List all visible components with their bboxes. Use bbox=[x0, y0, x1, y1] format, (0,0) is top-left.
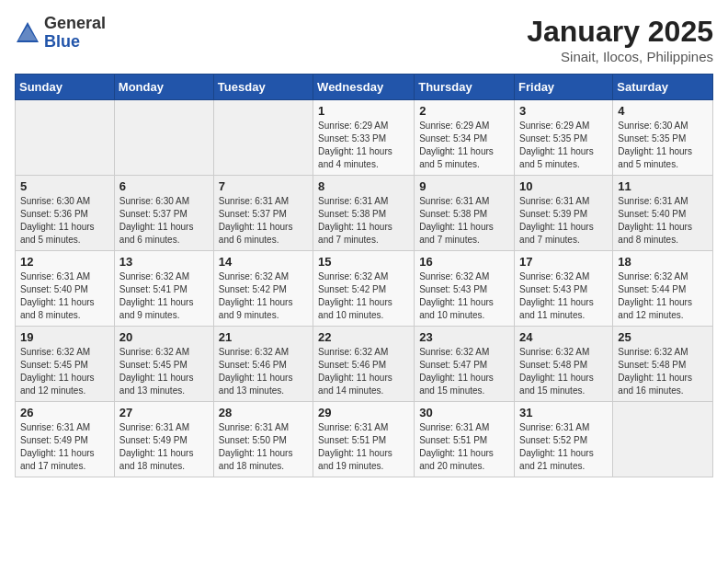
day-number: 17 bbox=[519, 255, 608, 269]
day-info: Sunrise: 6:31 AM Sunset: 5:49 PM Dayligh… bbox=[20, 421, 109, 473]
weekday-header-sunday: Sunday bbox=[16, 75, 115, 100]
day-info: Sunrise: 6:32 AM Sunset: 5:47 PM Dayligh… bbox=[419, 346, 509, 397]
calendar-cell bbox=[16, 100, 115, 176]
calendar-cell: 18Sunrise: 6:32 AM Sunset: 5:44 PM Dayli… bbox=[613, 251, 713, 327]
day-info: Sunrise: 6:31 AM Sunset: 5:39 PM Dayligh… bbox=[519, 195, 608, 247]
day-number: 20 bbox=[119, 330, 209, 344]
day-number: 13 bbox=[119, 255, 209, 269]
calendar-cell: 2Sunrise: 6:29 AM Sunset: 5:34 PM Daylig… bbox=[415, 100, 515, 176]
day-number: 16 bbox=[419, 255, 509, 269]
calendar-cell: 12Sunrise: 6:31 AM Sunset: 5:40 PM Dayli… bbox=[16, 251, 115, 327]
weekday-header-friday: Friday bbox=[515, 75, 613, 100]
day-number: 15 bbox=[318, 255, 409, 269]
calendar-cell: 29Sunrise: 6:31 AM Sunset: 5:51 PM Dayli… bbox=[313, 402, 415, 477]
calendar-cell: 20Sunrise: 6:32 AM Sunset: 5:45 PM Dayli… bbox=[114, 327, 213, 402]
calendar-week-0: 1Sunrise: 6:29 AM Sunset: 5:33 PM Daylig… bbox=[16, 100, 713, 176]
calendar-cell: 25Sunrise: 6:32 AM Sunset: 5:48 PM Dayli… bbox=[613, 327, 713, 402]
day-number: 18 bbox=[618, 255, 708, 269]
calendar-table: SundayMondayTuesdayWednesdayThursdayFrid… bbox=[15, 74, 713, 477]
day-number: 26 bbox=[20, 406, 109, 419]
day-number: 9 bbox=[419, 179, 509, 193]
weekday-row: SundayMondayTuesdayWednesdayThursdayFrid… bbox=[16, 75, 713, 100]
calendar-cell: 23Sunrise: 6:32 AM Sunset: 5:47 PM Dayli… bbox=[415, 327, 515, 402]
calendar-cell: 27Sunrise: 6:31 AM Sunset: 5:49 PM Dayli… bbox=[114, 402, 213, 477]
calendar-cell: 21Sunrise: 6:32 AM Sunset: 5:46 PM Dayli… bbox=[213, 327, 313, 402]
day-info: Sunrise: 6:31 AM Sunset: 5:37 PM Dayligh… bbox=[219, 195, 308, 247]
day-number: 14 bbox=[219, 255, 308, 269]
calendar-cell bbox=[114, 100, 213, 176]
day-info: Sunrise: 6:32 AM Sunset: 5:48 PM Dayligh… bbox=[519, 346, 608, 397]
day-number: 23 bbox=[419, 330, 509, 344]
calendar-cell: 5Sunrise: 6:30 AM Sunset: 5:36 PM Daylig… bbox=[16, 176, 115, 251]
calendar-cell bbox=[613, 402, 713, 477]
day-info: Sunrise: 6:31 AM Sunset: 5:38 PM Dayligh… bbox=[419, 195, 509, 247]
day-info: Sunrise: 6:29 AM Sunset: 5:35 PM Dayligh… bbox=[519, 120, 608, 171]
calendar-cell: 7Sunrise: 6:31 AM Sunset: 5:37 PM Daylig… bbox=[213, 176, 313, 251]
calendar-cell: 3Sunrise: 6:29 AM Sunset: 5:35 PM Daylig… bbox=[515, 100, 613, 176]
calendar-cell: 28Sunrise: 6:31 AM Sunset: 5:50 PM Dayli… bbox=[213, 402, 313, 477]
calendar-cell: 30Sunrise: 6:31 AM Sunset: 5:51 PM Dayli… bbox=[415, 402, 515, 477]
day-number: 6 bbox=[119, 179, 209, 193]
weekday-header-monday: Monday bbox=[114, 75, 213, 100]
svg-marker-1 bbox=[18, 26, 37, 40]
weekday-header-wednesday: Wednesday bbox=[313, 75, 415, 100]
day-info: Sunrise: 6:32 AM Sunset: 5:42 PM Dayligh… bbox=[219, 270, 308, 322]
day-info: Sunrise: 6:32 AM Sunset: 5:46 PM Dayligh… bbox=[219, 346, 308, 397]
calendar-cell: 1Sunrise: 6:29 AM Sunset: 5:33 PM Daylig… bbox=[313, 100, 415, 176]
weekday-header-tuesday: Tuesday bbox=[213, 75, 313, 100]
day-info: Sunrise: 6:32 AM Sunset: 5:45 PM Dayligh… bbox=[119, 346, 209, 397]
calendar-cell: 10Sunrise: 6:31 AM Sunset: 5:39 PM Dayli… bbox=[515, 176, 613, 251]
calendar-cell: 9Sunrise: 6:31 AM Sunset: 5:38 PM Daylig… bbox=[415, 176, 515, 251]
day-info: Sunrise: 6:29 AM Sunset: 5:33 PM Dayligh… bbox=[318, 120, 409, 171]
day-info: Sunrise: 6:32 AM Sunset: 5:46 PM Dayligh… bbox=[318, 346, 409, 397]
day-number: 10 bbox=[519, 179, 608, 193]
day-number: 11 bbox=[618, 179, 708, 193]
calendar-cell: 13Sunrise: 6:32 AM Sunset: 5:41 PM Dayli… bbox=[114, 251, 213, 327]
logo-icon bbox=[15, 20, 40, 46]
day-number: 8 bbox=[318, 179, 409, 193]
day-number: 28 bbox=[219, 406, 308, 419]
day-number: 1 bbox=[318, 104, 409, 118]
day-number: 30 bbox=[419, 406, 509, 419]
day-info: Sunrise: 6:32 AM Sunset: 5:44 PM Dayligh… bbox=[618, 270, 708, 322]
calendar-cell: 8Sunrise: 6:31 AM Sunset: 5:38 PM Daylig… bbox=[313, 176, 415, 251]
calendar-cell: 19Sunrise: 6:32 AM Sunset: 5:45 PM Dayli… bbox=[16, 327, 115, 402]
day-info: Sunrise: 6:31 AM Sunset: 5:49 PM Dayligh… bbox=[119, 421, 209, 473]
day-info: Sunrise: 6:32 AM Sunset: 5:45 PM Dayligh… bbox=[20, 346, 109, 397]
day-info: Sunrise: 6:32 AM Sunset: 5:43 PM Dayligh… bbox=[519, 270, 608, 322]
day-number: 24 bbox=[519, 330, 608, 344]
day-number: 22 bbox=[318, 330, 409, 344]
calendar-cell: 6Sunrise: 6:30 AM Sunset: 5:37 PM Daylig… bbox=[114, 176, 213, 251]
day-number: 19 bbox=[20, 330, 109, 344]
logo-blue: Blue bbox=[44, 33, 106, 52]
day-info: Sunrise: 6:32 AM Sunset: 5:43 PM Dayligh… bbox=[419, 270, 509, 322]
day-info: Sunrise: 6:31 AM Sunset: 5:51 PM Dayligh… bbox=[419, 421, 509, 473]
calendar-cell: 24Sunrise: 6:32 AM Sunset: 5:48 PM Dayli… bbox=[515, 327, 613, 402]
calendar-cell: 17Sunrise: 6:32 AM Sunset: 5:43 PM Dayli… bbox=[515, 251, 613, 327]
calendar-cell: 4Sunrise: 6:30 AM Sunset: 5:35 PM Daylig… bbox=[613, 100, 713, 176]
day-number: 29 bbox=[318, 406, 409, 419]
day-number: 4 bbox=[618, 104, 708, 118]
month-title: January 2025 bbox=[527, 15, 713, 49]
calendar-week-4: 26Sunrise: 6:31 AM Sunset: 5:49 PM Dayli… bbox=[16, 402, 713, 477]
day-number: 27 bbox=[119, 406, 209, 419]
day-info: Sunrise: 6:31 AM Sunset: 5:51 PM Dayligh… bbox=[318, 421, 409, 473]
day-info: Sunrise: 6:32 AM Sunset: 5:41 PM Dayligh… bbox=[119, 270, 209, 322]
weekday-header-thursday: Thursday bbox=[415, 75, 515, 100]
calendar-week-3: 19Sunrise: 6:32 AM Sunset: 5:45 PM Dayli… bbox=[16, 327, 713, 402]
calendar-cell: 15Sunrise: 6:32 AM Sunset: 5:42 PM Dayli… bbox=[313, 251, 415, 327]
calendar-cell: 16Sunrise: 6:32 AM Sunset: 5:43 PM Dayli… bbox=[415, 251, 515, 327]
day-info: Sunrise: 6:31 AM Sunset: 5:38 PM Dayligh… bbox=[318, 195, 409, 247]
day-number: 31 bbox=[519, 406, 608, 419]
day-info: Sunrise: 6:30 AM Sunset: 5:36 PM Dayligh… bbox=[20, 195, 109, 247]
day-info: Sunrise: 6:30 AM Sunset: 5:37 PM Dayligh… bbox=[119, 195, 209, 247]
logo-general: General bbox=[44, 15, 106, 33]
calendar-cell: 11Sunrise: 6:31 AM Sunset: 5:40 PM Dayli… bbox=[613, 176, 713, 251]
calendar-week-2: 12Sunrise: 6:31 AM Sunset: 5:40 PM Dayli… bbox=[16, 251, 713, 327]
calendar-header: SundayMondayTuesdayWednesdayThursdayFrid… bbox=[16, 75, 713, 100]
page-header: General Blue January 2025 Sinait, Ilocos… bbox=[15, 15, 713, 64]
calendar-cell: 22Sunrise: 6:32 AM Sunset: 5:46 PM Dayli… bbox=[313, 327, 415, 402]
day-number: 2 bbox=[419, 104, 509, 118]
weekday-header-saturday: Saturday bbox=[613, 75, 713, 100]
calendar-cell bbox=[213, 100, 313, 176]
